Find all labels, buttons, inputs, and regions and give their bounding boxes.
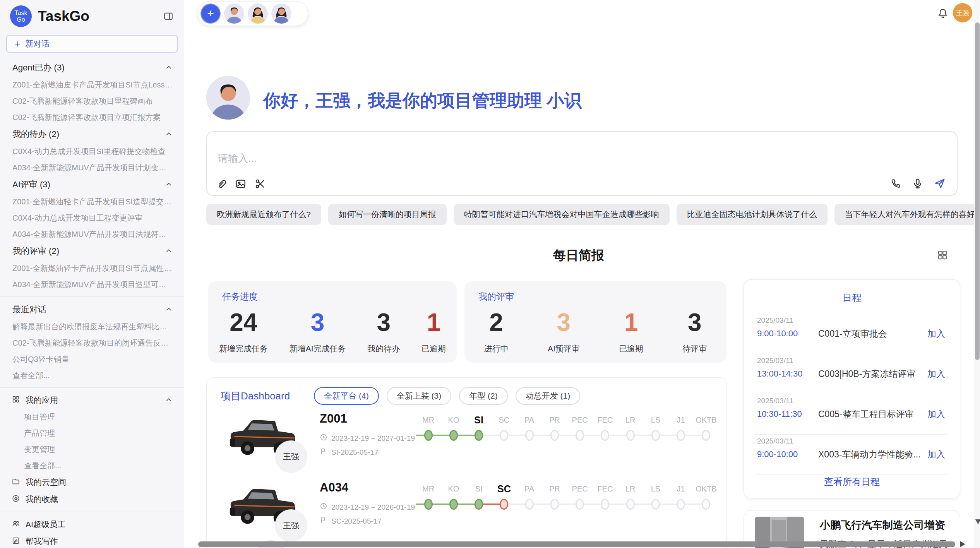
project-row[interactable]: 王强Z0012023-12-19 ~ 2027-01-19SI-2025-05-… [207,409,726,477]
suggestion-chip[interactable]: 如何写一份清晰的项目周报 [328,204,447,225]
sidebar-section-header[interactable]: 我的评审 (2) [0,242,184,260]
sidebar-task-item[interactable]: Z001-全新燃油轻卡产品开发项目SI节点属性5D文件评审 [0,260,184,276]
sidebar-task-item[interactable]: Z001-全新燃油皮卡产品开发项目SI节点Lesson Learn报告 [0,77,184,93]
sidebar-chat-item[interactable]: 查看全部... [0,367,184,384]
milestone-label: FEC [593,481,618,496]
sidebar-section-header[interactable]: Agent已办 (3) [0,59,184,77]
sidebar-task-item[interactable]: A034-全新新能源MUV产品开发项目计划变更表编写 [0,159,184,176]
dashboard-filter-tab[interactable]: 年型 (2) [459,387,508,405]
chevron-up-icon[interactable] [164,305,173,314]
sidebar-task-item[interactable]: C02-飞腾新能源轻客改款项目里程碑画布 [0,93,184,109]
sidebar-chat-item[interactable]: 解释最新出台的欧盟报废车法规再生塑料比例被调至15%... [0,319,184,335]
horizontal-scrollbar-thumb[interactable] [198,541,955,547]
sidebar-app-item[interactable]: 变更管理 [0,441,184,457]
join-meeting-link[interactable]: 加入 [927,368,945,380]
milestone-col: KO [441,481,466,496]
schedule-date: 2025/03/11 [757,316,793,325]
sidebar-task-item[interactable]: A034-全新新能源MUV产品开发项目法规符合性评审 [0,226,184,242]
sidebar-chat-item[interactable]: 公司Q3轻卡销量 [0,351,184,367]
dashboard-filter-tab[interactable]: 全新上装 (3) [387,387,452,405]
screenshot-scissors-icon[interactable] [254,178,266,190]
microphone-icon[interactable] [912,178,923,189]
scroll-right-arrow[interactable] [960,541,965,547]
milestone-label: SC [492,413,517,427]
stat-item: 3待评审 [682,309,707,354]
agent-avatar[interactable] [224,3,244,24]
suggestion-chip[interactable]: 当下年轻人对汽车外观有怎样的喜好趋势 [834,204,980,225]
stat-item: 3我的待办 [367,309,400,354]
dashboard-filter-tab[interactable]: 全新平台 (4) [314,387,379,405]
milestone-col [542,496,567,512]
milestone-node [643,496,668,512]
tool-label: 帮我写作 [26,536,58,547]
sidebar-section-header[interactable]: AI评审 (3) [0,176,184,194]
join-meeting-link[interactable]: 加入 [927,449,945,461]
attachment-icon[interactable] [216,178,227,190]
sidebar-task-item[interactable]: Z001-全新燃油轻卡产品开发项目SI造型提交物评审 [0,194,184,210]
suggestion-chip[interactable]: 比亚迪全固态电池计划具体说了什么 [677,204,828,225]
milestone-col: MR [416,481,441,496]
schedule-item[interactable]: 2025/03/119:00-10:00X003-车辆动力学性能验...加入 [744,435,960,475]
chevron-up-icon[interactable] [164,247,173,255]
schedule-item[interactable]: 2025/03/1110:30-11:30C005-整车工程目标评审加入 [744,394,960,435]
milestone-node [694,496,719,512]
add-agent-button[interactable]: + [200,3,221,24]
milestone-node [567,496,593,512]
project-dates-text: 2023-12-19 ~ 2027-01-19 [331,434,415,443]
new-chat-button[interactable]: + 新对话 [6,35,178,53]
milestone-dot [500,430,508,441]
briefing-layout-grid-icon[interactable] [937,249,948,261]
join-meeting-link[interactable]: 加入 [927,408,945,420]
image-upload-icon[interactable] [235,178,247,190]
sidebar-item-help-me-write[interactable]: 帮我写作 [0,533,184,548]
view-all-schedule-link[interactable]: 查看所有日程 [744,476,960,488]
user-avatar[interactable]: 王强 [953,3,972,22]
message-composer[interactable] [206,131,958,196]
scroll-down-arrow[interactable] [975,519,980,524]
agent-avatar[interactable] [271,3,291,24]
suggestion-chip[interactable]: 特朗普可能对进口汽车增税会对中国车企造成哪些影响 [454,204,670,225]
sidebar-chat-item[interactable]: C02-飞腾新能源轻客改款项目的闭环通告反馈情况 [0,335,184,351]
stat-label-text: 新增完成任务 [219,343,268,354]
sidebar-app-item[interactable]: 项目管理 [0,409,184,425]
milestone-track: MRKOSISCPAPRPECFECLRLSJ1OKTB [416,413,719,444]
sidebar-task-item[interactable]: C0X4-动力总成开发项目工程变更评审 [0,210,184,226]
milestone-label: PR [542,413,567,427]
sidebar-app-item[interactable]: 产品管理 [0,425,184,441]
project-row[interactable]: 王强A0342023-12-19 ~ 2026-01-19SC-2025-05-… [207,478,726,546]
chevron-up-icon[interactable] [164,130,173,139]
sidebar-item-favorites[interactable]: 我的收藏 [0,491,184,508]
project-name: A034 [320,481,348,495]
sidebar-app-item[interactable]: 查看全部... [0,457,184,474]
schedule-item[interactable]: 2025/03/119:00-10:00C001-立项审批会加入 [744,314,960,354]
sidebar-item-cloud-space[interactable]: 我的云空间 [0,474,184,491]
send-icon[interactable] [934,177,946,190]
cloud-space-label: 我的云空间 [26,477,66,488]
vertical-scrollbar-thumb[interactable] [975,22,980,360]
chevron-up-icon[interactable] [164,396,173,404]
message-input[interactable] [217,152,799,165]
schedule-item[interactable]: 2025/03/1113:00-14:30C003|H0B-方案冻结评审加入 [744,354,960,394]
dashboard-filter-tab[interactable]: 动总开发 (1) [516,387,581,405]
sidebar-task-item[interactable]: C0X4-动力总成开发项目SI里程碑提交物检查 [0,143,184,159]
sidebar-section-header[interactable]: 最近对话 [0,301,184,319]
join-meeting-link[interactable]: 加入 [927,328,945,340]
project-name: Z001 [320,412,347,426]
sidebar-item-my-apps[interactable]: 我的应用 [0,392,184,409]
agent-avatar[interactable] [248,3,268,24]
suggestion-chips: 欧洲新规最近颁布了什么?如何写一份清晰的项目周报特朗普可能对进口汽车增税会对中国… [206,204,980,225]
chevron-up-icon[interactable] [164,180,173,189]
chevron-up-icon[interactable] [164,63,173,72]
sidebar-collapse-icon[interactable] [163,11,174,22]
sidebar-task-item[interactable]: A034-全新新能源MUV产品开发项目造型可行性评审 [0,276,184,293]
sidebar-section-header[interactable]: 我的待办 (2) [0,125,184,143]
sidebar-task-item[interactable]: C02-飞腾新能源轻客改款项目立项汇报方案 [0,109,184,125]
sidebar-item-ai-super-staff[interactable]: AI超级员工 [0,516,184,533]
suggestion-chip[interactable]: 欧洲新规最近颁布了什么? [206,204,321,225]
milestone-node [567,427,593,444]
milestone-col: SC [492,481,517,496]
milestone-dot [424,430,433,441]
voice-call-icon[interactable] [890,178,902,189]
milestone-col [466,427,492,444]
notification-bell-icon[interactable] [937,7,949,19]
